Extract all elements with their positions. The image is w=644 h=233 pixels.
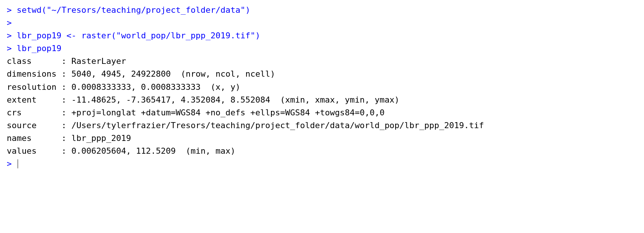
console-line: > (7, 17, 637, 29)
console-line: values : 0.006205604, 112.5209 (min, max… (7, 145, 637, 157)
output-text: dimensions : 5040, 4945, 24922800 (nrow,… (7, 69, 275, 79)
prompt: > (7, 18, 17, 27)
console-line: extent : -11.48625, -7.365417, 4.352084,… (7, 94, 637, 106)
output-text: class : RasterLayer (7, 56, 131, 66)
prompt: > (7, 5, 17, 15)
text-cursor-icon (18, 159, 18, 168)
console-line: source : /Users/tylerfrazier/Tresors/tea… (7, 119, 637, 132)
output-text: source : /Users/tylerfrazier/Tresors/tea… (7, 121, 489, 130)
console-line: > lbr_pop19 <- raster("world_pop/lbr_ppp… (7, 29, 637, 42)
input-text: lbr_pop19 <- raster("world_pop/lbr_ppp_2… (17, 31, 260, 40)
console-line: > lbr_pop19 (7, 42, 637, 55)
console-line: resolution : 0.0008333333, 0.0008333333 … (7, 81, 637, 94)
prompt: > (7, 44, 17, 53)
console-line: > setwd("~/Tresors/teaching/project_fold… (7, 4, 637, 17)
r-console[interactable]: > setwd("~/Tresors/teaching/project_fold… (0, 0, 644, 174)
prompt: > (7, 31, 17, 40)
console-line: > (7, 157, 637, 170)
prompt: > (7, 159, 17, 168)
output-text: extent : -11.48625, -7.365417, 4.352084,… (7, 95, 399, 104)
output-text: crs : +proj=longlat +datum=WGS84 +no_def… (7, 108, 390, 117)
output-text: values : 0.006205604, 112.5209 (min, max… (7, 146, 235, 156)
output-text: resolution : 0.0008333333, 0.0008333333 … (7, 82, 241, 92)
input-text: setwd("~/Tresors/teaching/project_folder… (17, 5, 251, 15)
input-text: lbr_pop19 (17, 44, 62, 53)
console-line: names : lbr_ppp_2019 (7, 132, 637, 145)
console-line: class : RasterLayer (7, 55, 637, 68)
output-text: names : lbr_ppp_2019 (7, 133, 136, 143)
console-line: crs : +proj=longlat +datum=WGS84 +no_def… (7, 106, 637, 119)
console-line: dimensions : 5040, 4945, 24922800 (nrow,… (7, 68, 637, 80)
